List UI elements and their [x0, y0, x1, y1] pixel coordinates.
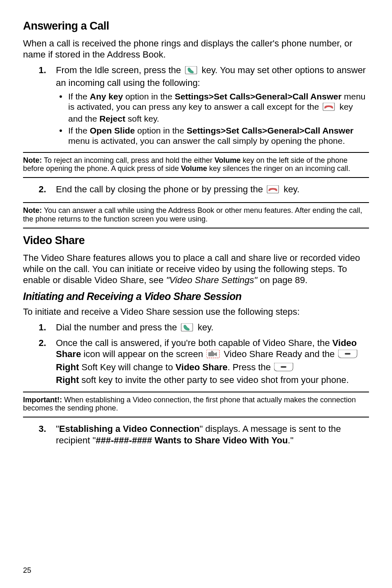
step-1: From the Idle screen, press the key. You… — [56, 65, 369, 146]
vs-step-3: "Establishing a Video Connection" displa… — [56, 423, 369, 446]
note-answer-during-menu: Note: You can answer a call while using … — [23, 202, 369, 228]
text: icon will appear on the screen — [81, 349, 205, 359]
text: Once the call is answered, if you're bot… — [56, 338, 332, 348]
text: If the — [68, 126, 90, 135]
text: If the — [68, 92, 90, 101]
bold-reject: Reject — [99, 114, 125, 123]
text: key silences the ringer on an incoming c… — [207, 164, 350, 173]
video-share-ready-label: Video Share Ready — [224, 349, 302, 359]
note-label: Note: — [23, 206, 42, 214]
bold-video-share: Video Share — [175, 362, 228, 372]
subheading-initiating: Initiating and Receiving a Video Share S… — [23, 291, 369, 302]
right-softkey-icon — [274, 363, 294, 375]
bold-menu-path: Settings>Set Calls>General>Call Answer — [187, 126, 353, 135]
end-key-icon — [322, 103, 336, 113]
text: and the — [302, 349, 337, 359]
italic-ref: "Video Share Settings" — [166, 275, 257, 285]
bold-open-slide: Open Slide — [90, 126, 135, 135]
text: option in the — [123, 92, 175, 101]
text: key. — [198, 322, 214, 332]
text: You can answer a call while using the Ad… — [23, 206, 362, 223]
text: . Press the — [228, 362, 273, 372]
note-label: Note: — [23, 156, 42, 164]
end-key-icon — [266, 185, 280, 197]
bold-menu-path: Settings>Set Calls>General>Call Answer — [175, 92, 341, 101]
bullet-open-slide: If the Open Slide option in the Settings… — [68, 125, 369, 146]
text: " — [56, 424, 59, 434]
text: soft key to invite the other party to se… — [79, 375, 349, 385]
video-share-intro: The Video Share features allows you to p… — [23, 253, 369, 286]
bold-right: Right — [56, 362, 79, 372]
bold-any-key: Any key — [90, 92, 123, 101]
text: on page 89. — [257, 275, 307, 285]
sub-intro: To initiate and receive a Video Share se… — [23, 307, 369, 318]
bullet-any-key: If the Any key option in the Settings>Se… — [68, 91, 369, 124]
bold-right: Right — [56, 375, 79, 385]
bold-establishing: Establishing a Video Connection — [59, 424, 200, 434]
text: Soft Key will change to — [79, 362, 175, 372]
important-label: Important!: — [23, 396, 62, 404]
important-note: Important!: When establishing a Video co… — [23, 392, 369, 417]
step-2: End the call by closing the phone or by … — [56, 184, 369, 197]
text: End the call by closing the phone or by … — [56, 184, 265, 194]
text: To reject an incoming call, press and ho… — [42, 156, 214, 164]
step1-text-a: From the Idle screen, press the — [56, 65, 184, 75]
camera-icon — [206, 350, 220, 362]
text: Dial the number and press the — [56, 322, 180, 332]
intro-text: When a call is received the phone rings … — [23, 38, 369, 60]
text: soft key. — [125, 114, 159, 123]
text: When establishing a Video connection, th… — [23, 396, 356, 413]
heading-answering-a-call: Answering a Call — [23, 20, 369, 32]
text: menu is activated, you can answer the ca… — [68, 136, 345, 145]
send-key-icon — [180, 323, 194, 335]
bold-wants-to-share: ###-###-#### Wants to Share Video With Y… — [96, 435, 288, 445]
heading-video-share: Video Share — [23, 234, 369, 247]
text: key. — [284, 184, 300, 194]
send-key-icon — [184, 66, 198, 78]
right-softkey-icon — [338, 350, 358, 362]
note-reject-call: Note: To reject an incoming call, press … — [23, 152, 369, 178]
bold-volume: Volume — [214, 156, 241, 164]
vs-step-2: Once the call is answered, if you're bot… — [56, 337, 369, 386]
text: option in the — [135, 126, 187, 135]
bold-volume: Volume — [181, 164, 207, 173]
page-number: 25 — [23, 566, 31, 575]
vs-step-1: Dial the number and press the key. — [56, 322, 369, 335]
text: ." — [288, 435, 293, 445]
